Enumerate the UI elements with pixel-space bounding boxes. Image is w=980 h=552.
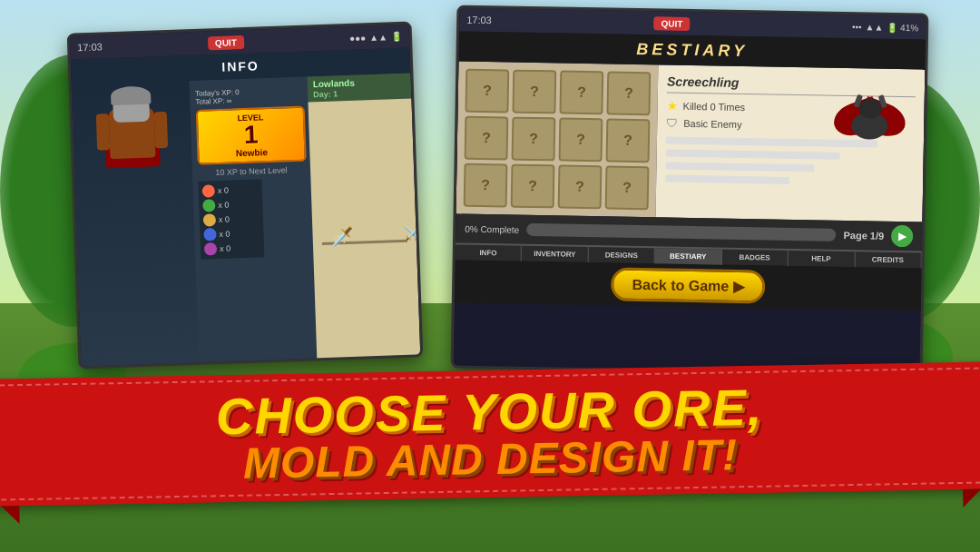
xp-info: Today's XP: 0 Total XP: ∞ [195, 86, 305, 106]
stats-panel: Today's XP: 0 Total XP: ∞ LEVEL 1 Newbie… [190, 77, 318, 370]
map-area: 🗡️ ⚔️ 🔧 [308, 99, 421, 370]
info-screenshot: 17:03 QUIT ●●● ▲▲ 🔋 INFO Today's XP: 0 [67, 21, 424, 369]
dots-icon: ••• [852, 22, 862, 32]
quit-button-left[interactable]: QUIT [208, 34, 244, 49]
bottom-banner: CHOOSE YOUR ORE, MOLD AND DESIGN IT! [0, 370, 980, 552]
resource-2: x 0 [202, 197, 259, 212]
beast-cell-8[interactable]: ? [606, 118, 651, 163]
screechling-sprite [833, 94, 906, 149]
time-left: 17:03 [77, 41, 103, 53]
tab-inventory-right[interactable]: INVENTORY [522, 246, 589, 262]
resources-panel: x 0 x 0 x 0 x 0 x 0 [198, 179, 264, 259]
back-area-right: Back to Game ▶ [455, 261, 922, 311]
signal-right-icon: ▲▲ [865, 22, 883, 32]
character-panel [72, 81, 201, 369]
rank-label: Newbie [236, 147, 268, 158]
location-bar: Lowlands Day: 1 [307, 74, 411, 103]
enemy-map-icon: ⚔️ [403, 224, 421, 242]
bestiary-screenshot: 17:03 QUIT ••• ▲▲ 🔋 41% BESTIARY ? ? ? ?… [451, 5, 929, 376]
resource-dot-2 [202, 199, 215, 212]
ribbon: CHOOSE YOUR ORE, MOLD AND DESIGN IT! [0, 361, 980, 507]
progress-text: 0% Complete [465, 223, 519, 234]
character-sprite [90, 89, 174, 182]
shield-icon: 🛡 [666, 116, 678, 130]
tab-badges-right[interactable]: BADGES [721, 250, 789, 266]
next-level: 10 XP to Next Level [198, 165, 305, 178]
signal-icon: ●●● [349, 33, 366, 44]
star-icon: ★ [667, 99, 678, 113]
info-body: Today's XP: 0 Total XP: ∞ LEVEL 1 Newbie… [72, 74, 422, 370]
play-button[interactable]: ▶ [891, 225, 913, 247]
page-number: Page 1/9 [843, 230, 884, 242]
resource-4: x 0 [203, 226, 260, 241]
time-right: 17:03 [466, 15, 492, 25]
char-arm-left [96, 113, 110, 150]
level-badge: LEVEL 1 Newbie [196, 106, 307, 165]
resource-3: x 0 [203, 212, 260, 226]
beast-cell-9[interactable]: ? [464, 163, 508, 208]
status-icons-right: ••• ▲▲ 🔋 41% [852, 22, 918, 33]
resource-1: x 0 [202, 182, 259, 197]
char-helmet [111, 86, 152, 106]
beast-cell-6[interactable]: ? [512, 117, 556, 162]
horn-right [853, 94, 863, 108]
resource-dot-4 [203, 228, 216, 241]
horn-left [878, 94, 887, 108]
beast-cell-4[interactable]: ? [606, 71, 651, 115]
map-section: Lowlands Day: 1 🗡️ ⚔️ 🔧 [307, 74, 421, 370]
battery-right-icon: 🔋 41% [887, 22, 918, 33]
info-line-4 [665, 175, 789, 184]
tab-info-right[interactable]: INFO [456, 245, 523, 261]
info-line-3 [665, 163, 815, 172]
status-icons-left: ●●● ▲▲ 🔋 [349, 31, 402, 43]
beast-cell-3[interactable]: ? [559, 70, 603, 114]
battery-icon: 🔋 [391, 31, 402, 41]
quit-button-right[interactable]: QUIT [653, 16, 690, 31]
info-line-2 [666, 150, 840, 160]
beast-cell-1[interactable]: ? [465, 69, 509, 113]
beast-cell-10[interactable]: ? [511, 164, 555, 209]
hero-map-icon: 🗡️ [330, 225, 354, 248]
tab-bestiary-right[interactable]: BESTIARY [655, 248, 722, 264]
beast-cell-2[interactable]: ? [512, 70, 556, 114]
tab-designs-right[interactable]: DESIGNS [588, 247, 655, 263]
resource-dot-3 [203, 213, 216, 226]
resource-5: x 0 [204, 241, 260, 255]
beast-cell-11[interactable]: ? [558, 164, 603, 209]
beast-cell-12[interactable]: ? [605, 165, 650, 210]
wifi-icon: ▲▲ [369, 32, 387, 43]
bestiary-grid: ? ? ? ? ? ? ? ? ? ? ? ? [456, 62, 659, 218]
progress-bar [526, 223, 837, 242]
tab-help-right[interactable]: HELP [789, 251, 856, 267]
back-to-game-button-right[interactable]: Back to Game ▶ [611, 268, 765, 304]
level-number: 1 [205, 121, 297, 149]
resource-dot-5 [204, 242, 217, 255]
beast-cell-5[interactable]: ? [465, 116, 509, 161]
beast-info-panel: Screechling ★ Killed 0 Times 🛡 Basic Ene… [655, 64, 925, 222]
bestiary-content: ? ? ? ? ? ? ? ? ? ? ? ? Screechling ★ Ki… [456, 62, 926, 222]
beast-cell-7[interactable]: ? [559, 117, 603, 162]
resource-dot-1 [202, 184, 215, 197]
char-arm-right [154, 112, 168, 148]
tab-credits-right[interactable]: CREDITS [855, 251, 922, 268]
